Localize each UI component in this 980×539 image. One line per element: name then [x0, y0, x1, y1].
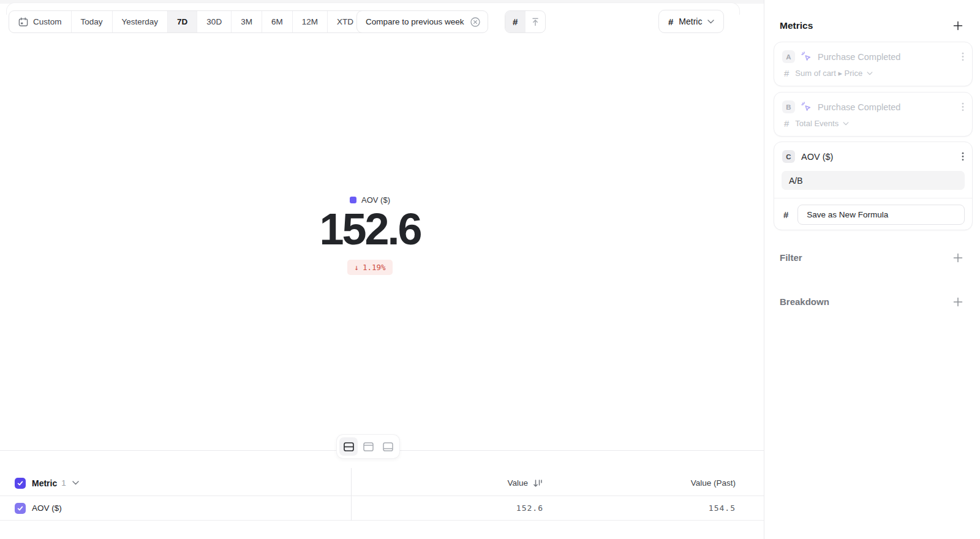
formula-card-c[interactable]: C AOV ($) A/B # Save as New Formula — [774, 141, 973, 230]
row-metric-name: AOV ($) — [32, 503, 62, 513]
kpi-block: AOV ($) 152.6 ↓ 1.19% — [0, 195, 740, 275]
metric-column-header: Metric — [32, 478, 57, 488]
add-filter-button[interactable] — [953, 253, 963, 263]
more-options-icon[interactable] — [962, 52, 964, 61]
compare-chip-label: Compare to previous week — [366, 17, 464, 26]
aggregation-dropdown[interactable]: Total Events — [795, 119, 849, 128]
aggregation-dropdown[interactable]: Sum of cart ▸ Price — [795, 69, 873, 78]
layout-switcher — [337, 435, 399, 458]
row-value-past: 154.5 — [709, 503, 736, 513]
event-click-icon — [801, 102, 812, 112]
date-range-3m[interactable]: 3M — [232, 11, 262, 32]
chevron-down-icon — [867, 72, 873, 75]
metric-button-label: Metric — [679, 17, 702, 26]
more-options-icon[interactable] — [962, 102, 964, 111]
chevron-down-icon — [707, 20, 714, 24]
date-range-yesterday[interactable]: Yesterday — [113, 11, 168, 32]
hash-icon: # — [784, 119, 789, 128]
date-range-control: Custom Today Yesterday 7D 30D 3M 6M 12M … — [9, 10, 375, 33]
query-builder-sidebar: Metrics A Purchase Completed # Sum of ca… — [764, 0, 980, 539]
event-click-icon — [801, 51, 812, 62]
filter-title: Filter — [780, 252, 802, 263]
view-toggle: # — [505, 10, 546, 33]
calendar-icon — [18, 17, 28, 27]
sort-descending-icon — [533, 478, 543, 488]
kpi-value: 152.6 — [0, 207, 740, 251]
value-past-column-header: Value (Past) — [691, 478, 736, 488]
formula-input[interactable]: A/B — [782, 171, 965, 190]
remove-compare-icon[interactable] — [470, 17, 481, 28]
table-row: AOV ($) 152.6 154.5 — [0, 496, 764, 521]
hash-icon: # — [784, 69, 789, 78]
chevron-down-icon[interactable] — [72, 481, 79, 485]
metric-index: 1 — [61, 478, 66, 488]
layout-table-button[interactable] — [379, 437, 397, 456]
filter-section-header: Filter — [780, 252, 963, 263]
breakdown-title: Breakdown — [780, 296, 829, 307]
select-all-checkbox[interactable] — [15, 478, 26, 489]
row-checkbox[interactable] — [15, 503, 26, 514]
date-range-30d[interactable]: 30D — [197, 11, 232, 32]
date-range-6m[interactable]: 6M — [262, 11, 293, 32]
metric-event-name: Purchase Completed — [818, 52, 956, 62]
metric-badge-a: A — [782, 50, 795, 63]
kpi-legend: AOV ($) — [350, 195, 390, 205]
value-column-header[interactable]: Value — [351, 478, 543, 488]
date-range-12m[interactable]: 12M — [293, 11, 328, 32]
kpi-delta-badge: ↓ 1.19% — [347, 260, 392, 275]
metrics-title: Metrics — [780, 20, 813, 31]
metric-event-name: Purchase Completed — [818, 102, 956, 112]
hash-icon: # — [513, 17, 518, 26]
more-options-icon[interactable] — [962, 152, 964, 161]
row-value: 152.6 — [516, 503, 543, 513]
metric-dropdown-button[interactable]: # Metric — [658, 10, 724, 33]
table-header-row: Metric 1 Value Value (Past) — [0, 470, 764, 496]
table-column-divider — [351, 468, 352, 521]
arrow-down-icon: ↓ — [354, 263, 359, 272]
metric-badge-c: C — [782, 150, 795, 163]
results-table: Metric 1 Value Value (Past) — [0, 470, 764, 521]
breakdown-section-header: Breakdown — [780, 296, 963, 307]
date-range-custom[interactable]: Custom — [9, 11, 72, 32]
arrow-to-top-icon — [530, 17, 540, 27]
main-panel: Custom Today Yesterday 7D 30D 3M 6M 12M … — [0, 0, 764, 539]
metrics-section-header: Metrics — [780, 20, 963, 31]
layout-chart-button[interactable] — [359, 437, 377, 456]
goal-view-toggle[interactable] — [526, 11, 546, 32]
hash-icon: # — [783, 210, 788, 219]
date-range-7d[interactable]: 7D — [168, 11, 197, 32]
chevron-down-icon — [843, 122, 849, 126]
compare-chip[interactable]: Compare to previous week — [356, 10, 488, 33]
save-as-new-formula-button[interactable]: Save as New Formula — [797, 205, 965, 225]
legend-swatch — [350, 197, 356, 203]
metric-badge-b: B — [782, 100, 795, 113]
date-range-today[interactable]: Today — [72, 11, 113, 32]
number-view-toggle[interactable]: # — [505, 11, 526, 32]
formula-value: A/B — [789, 176, 803, 186]
kpi-delta-value: 1.19% — [363, 263, 386, 272]
metric-card-b[interactable]: B Purchase Completed # Total Events — [774, 92, 973, 137]
add-metric-button[interactable] — [953, 21, 963, 31]
formula-metric-name: AOV ($) — [801, 152, 956, 162]
metric-card-a[interactable]: A Purchase Completed # Sum of cart ▸ Pri… — [774, 42, 973, 86]
add-breakdown-button[interactable] — [953, 297, 963, 307]
layout-split-button[interactable] — [339, 437, 358, 456]
date-range-label: Custom — [33, 17, 62, 26]
hash-icon: # — [668, 17, 673, 26]
legend-label: AOV ($) — [361, 195, 390, 205]
